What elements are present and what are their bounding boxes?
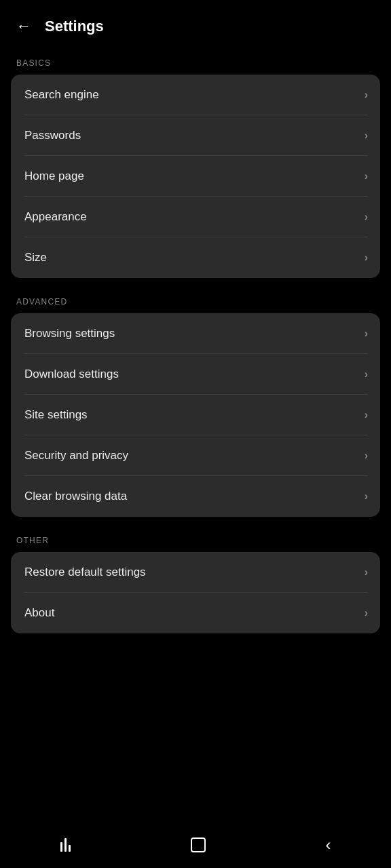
recent-apps-button[interactable] bbox=[44, 833, 87, 857]
chevron-right-icon: › bbox=[365, 409, 368, 421]
home-button[interactable] bbox=[174, 832, 222, 858]
chevron-right-icon: › bbox=[365, 566, 368, 578]
settings-item-label-download-settings: Download settings bbox=[24, 368, 119, 381]
settings-item-size[interactable]: Size› bbox=[11, 237, 380, 278]
settings-item-restore-default[interactable]: Restore default settings› bbox=[11, 552, 380, 593]
settings-group-other: Restore default settings›About› bbox=[11, 552, 380, 633]
settings-item-home-page[interactable]: Home page› bbox=[11, 156, 380, 197]
settings-item-label-about: About bbox=[24, 606, 54, 620]
settings-item-label-home-page: Home page bbox=[24, 170, 84, 183]
back-button[interactable]: ← bbox=[11, 12, 37, 41]
settings-item-clear-browsing-data[interactable]: Clear browsing data› bbox=[11, 476, 380, 517]
chevron-right-icon: › bbox=[365, 368, 368, 380]
page-title: Settings bbox=[45, 18, 104, 35]
section-label-advanced: ADVANCED bbox=[0, 297, 391, 313]
settings-item-download-settings[interactable]: Download settings› bbox=[11, 354, 380, 395]
back-arrow-icon: ← bbox=[16, 18, 31, 35]
settings-item-label-restore-default: Restore default settings bbox=[24, 566, 146, 579]
section-label-basics: BASICS bbox=[0, 58, 391, 75]
settings-item-about[interactable]: About› bbox=[11, 593, 380, 633]
section-label-other: OTHER bbox=[0, 536, 391, 552]
back-nav-button[interactable]: ‹ bbox=[310, 830, 348, 860]
chevron-right-icon: › bbox=[365, 170, 368, 182]
settings-group-advanced: Browsing settings›Download settings›Site… bbox=[11, 313, 380, 517]
settings-item-passwords[interactable]: Passwords› bbox=[11, 115, 380, 156]
settings-item-browsing-settings[interactable]: Browsing settings› bbox=[11, 313, 380, 354]
chevron-right-icon: › bbox=[365, 607, 368, 619]
settings-item-site-settings[interactable]: Site settings› bbox=[11, 395, 380, 435]
chevron-right-icon: › bbox=[365, 130, 368, 142]
settings-item-label-search-engine: Search engine bbox=[24, 88, 99, 102]
settings-item-label-browsing-settings: Browsing settings bbox=[24, 327, 115, 340]
home-icon bbox=[191, 837, 206, 852]
settings-item-label-security-privacy: Security and privacy bbox=[24, 449, 128, 462]
section-basics: BASICSSearch engine›Passwords›Home page›… bbox=[0, 58, 391, 278]
settings-group-basics: Search engine›Passwords›Home page›Appear… bbox=[11, 75, 380, 278]
settings-item-label-passwords: Passwords bbox=[24, 129, 81, 142]
settings-item-label-appearance: Appearance bbox=[24, 210, 87, 224]
content: BASICSSearch engine›Passwords›Home page›… bbox=[0, 53, 391, 707]
section-other: OTHERRestore default settings›About› bbox=[0, 536, 391, 633]
chevron-right-icon: › bbox=[365, 211, 368, 223]
back-nav-icon: ‹ bbox=[326, 835, 331, 854]
chevron-right-icon: › bbox=[365, 89, 368, 101]
settings-item-search-engine[interactable]: Search engine› bbox=[11, 75, 380, 115]
chevron-right-icon: › bbox=[365, 490, 368, 502]
section-advanced: ADVANCEDBrowsing settings›Download setti… bbox=[0, 297, 391, 517]
settings-item-security-privacy[interactable]: Security and privacy› bbox=[11, 435, 380, 476]
chevron-right-icon: › bbox=[365, 328, 368, 340]
recent-apps-icon bbox=[60, 838, 71, 852]
settings-item-label-clear-browsing-data: Clear browsing data bbox=[24, 490, 127, 503]
bottom-navigation: ‹ bbox=[0, 825, 391, 868]
settings-item-label-size: Size bbox=[24, 251, 47, 264]
chevron-right-icon: › bbox=[365, 450, 368, 462]
settings-item-appearance[interactable]: Appearance› bbox=[11, 197, 380, 237]
settings-item-label-site-settings: Site settings bbox=[24, 408, 88, 422]
chevron-right-icon: › bbox=[365, 252, 368, 264]
header: ← Settings bbox=[0, 0, 391, 53]
